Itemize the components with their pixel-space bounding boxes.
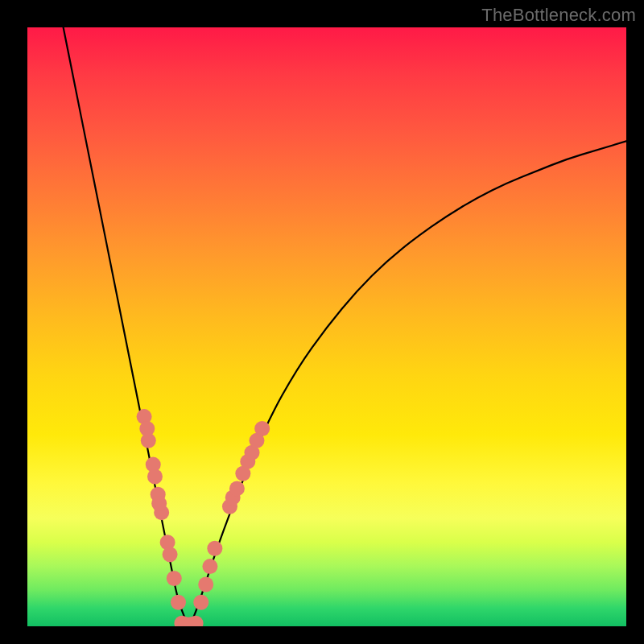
- marker-right-2: [202, 559, 217, 574]
- curve-svg: [27, 27, 626, 626]
- marker-left-9: [163, 547, 178, 562]
- marker-left-7: [151, 496, 167, 511]
- marker-left-4: [147, 469, 163, 485]
- watermark-text: TheBottleneck.com: [481, 5, 636, 26]
- marker-right-6: [229, 481, 245, 496]
- curve-right-arm: [189, 141, 626, 626]
- marker-right-1: [198, 576, 213, 592]
- markers-group: [137, 409, 270, 626]
- marker-right-0: [193, 595, 208, 610]
- marker-left-2: [139, 421, 155, 436]
- chart-frame: TheBottleneck.com: [0, 0, 644, 644]
- marker-left-10: [167, 571, 182, 586]
- marker-right-3: [207, 541, 222, 556]
- plot-area: [27, 27, 626, 626]
- marker-left-11: [171, 595, 186, 610]
- marker-right-11: [254, 421, 270, 436]
